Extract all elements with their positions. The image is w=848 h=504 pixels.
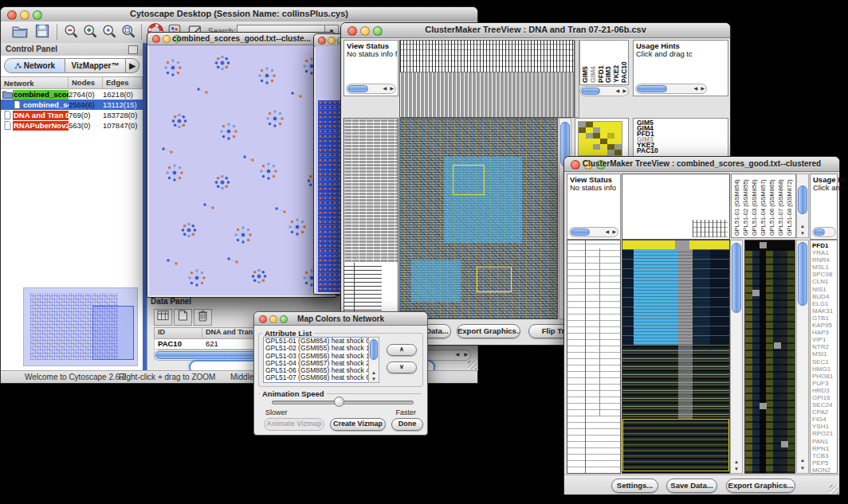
scroll-left-icon[interactable]: ◀ [455, 350, 459, 358]
dialog-title-bar[interactable]: Map Colors to Network [254, 312, 427, 326]
resize-grip[interactable] [468, 361, 477, 369]
new-attribute-button[interactable] [174, 309, 192, 326]
zoom-in-button[interactable] [80, 23, 100, 41]
gene-label[interactable]: RNR4 [812, 256, 837, 264]
move-down-button[interactable]: ∨ [387, 361, 417, 373]
scrollbar-thumb[interactable] [581, 88, 600, 95]
gene-label[interactable]: FIG4 [812, 416, 837, 423]
resize-grip[interactable] [830, 485, 838, 494]
zoom-out-button[interactable] [61, 23, 80, 41]
scroll-left-icon[interactable]: ◀ [605, 228, 609, 236]
scroll-up-icon[interactable]: ▲ [797, 458, 808, 463]
column-label[interactable]: GPL51-04 (GSM857) [760, 175, 768, 236]
network-row[interactable]: DNA and Tran 07 769(0) 183728(0) [1, 110, 143, 120]
scrollbar-thumb[interactable] [798, 186, 807, 214]
scroll-right-icon[interactable]: ▶ [622, 87, 626, 95]
gene-label[interactable]: NIS1 [812, 286, 837, 293]
gene-label[interactable]: CPA2 [812, 408, 837, 416]
scroll-right-icon[interactable]: ▶ [701, 84, 705, 92]
treeview1-title-bar[interactable]: ClusterMaker TreeView : DNA and Tran 07-… [341, 23, 730, 38]
main-title-bar[interactable]: Cytoscape Desktop (Session Name: collins… [1, 7, 477, 22]
save-data-button[interactable]: Save Data... [666, 479, 717, 493]
scroll-left-icon[interactable]: ◀ [383, 84, 387, 92]
slider-thumb[interactable] [334, 397, 344, 407]
treeview2-title-bar[interactable]: ClusterMaker TreeView : combined_scores_… [564, 157, 839, 172]
zoomed-heatmap-panel[interactable] [744, 240, 795, 474]
scroll-left-icon[interactable]: ◀ [693, 84, 697, 92]
gene-label[interactable]: PAC10 [637, 148, 728, 154]
animate-vizmap-button[interactable]: Animate Vizmap [264, 418, 324, 431]
gene-label[interactable]: MSL1 [812, 264, 837, 271]
open-session-button[interactable] [10, 23, 29, 41]
scroll-down-icon[interactable]: ▼ [369, 377, 379, 381]
delete-attribute-button[interactable] [194, 309, 212, 326]
column-label[interactable]: GPL51-08 (GSM872) [786, 175, 794, 236]
scrollbar-thumb[interactable] [347, 85, 368, 92]
export-graphics-button[interactable]: Export Graphics... [457, 324, 520, 338]
float-panel-icon[interactable] [128, 45, 138, 54]
gene-label[interactable]: VIP1 [812, 336, 837, 343]
gene-label[interactable]: PFD1 [812, 242, 837, 249]
gene-label[interactable]: PAN1 [812, 438, 837, 445]
save-session-button[interactable] [33, 23, 52, 41]
zoom-fit-button[interactable] [119, 23, 138, 41]
column-label[interactable]: GPL51-03 (GSM856) [751, 175, 759, 236]
scroll-left-icon[interactable]: ◀ [615, 87, 619, 95]
network-row-selected[interactable]: combined_sco 2569(6) 13112(15) [1, 100, 143, 110]
done-button[interactable]: Done [391, 418, 423, 431]
column-nodes[interactable]: Nodes [69, 77, 103, 88]
column-label[interactable]: GIM4 [590, 41, 597, 83]
gene-label[interactable]: RPO21 [812, 430, 837, 437]
column-label[interactable]: GPL51-02 (GSM855) [742, 175, 750, 236]
row-dendrogram[interactable] [344, 118, 398, 319]
scroll-down-icon[interactable]: ▼ [731, 467, 742, 471]
attribute-item[interactable]: GPL51-07 (GSM868) heat shock 60 min [264, 374, 379, 381]
scroll-up-icon[interactable]: ▲ [369, 370, 379, 375]
move-up-button[interactable]: ∧ [387, 344, 417, 356]
gene-label[interactable]: PEP5 [812, 459, 837, 467]
gene-label[interactable]: HRD3 [812, 387, 837, 394]
scroll-right-icon[interactable]: ▶ [464, 350, 468, 358]
scrollbar-thumb[interactable] [814, 229, 825, 236]
network-row[interactable]: combined_scores 2764(0) 16218(0) [1, 89, 143, 100]
column-dendrogram[interactable] [399, 40, 575, 118]
column-label[interactable]: PAC10 [621, 41, 628, 83]
close-button[interactable] [318, 37, 326, 45]
scroll-right-icon[interactable]: ▶ [612, 228, 616, 236]
scroll-up-icon[interactable]: ▲ [797, 224, 808, 229]
gene-label[interactable]: YSH1 [812, 423, 837, 430]
zoom-selected-button[interactable] [100, 23, 119, 41]
overview-viewport-rect[interactable] [92, 306, 134, 360]
heatmap-canvas[interactable] [399, 118, 558, 319]
gene-label[interactable]: GPI16 [812, 394, 837, 401]
column-network[interactable]: Network [1, 77, 69, 88]
gene-label[interactable]: MSI1 [812, 350, 837, 357]
gene-label[interactable]: KAP95 [812, 322, 837, 329]
column-label[interactable]: GPL51-01 (GSM854) [733, 175, 741, 236]
gene-label[interactable]: PHO81 [812, 373, 837, 380]
scrollbar-thumb[interactable] [370, 339, 378, 360]
scrollbar-thumb[interactable] [798, 242, 807, 306]
gene-label[interactable]: BUD4 [812, 293, 837, 300]
usage-hints-hscrollbar[interactable]: ◀ ▶ [635, 84, 707, 94]
tab-overflow-button[interactable]: ▶ [126, 58, 139, 73]
scrollbar-thumb[interactable] [571, 229, 590, 236]
column-label[interactable]: GIM5 [582, 41, 589, 83]
gene-label[interactable]: SPC98 [812, 271, 837, 278]
column-label[interactable]: GIM3 [605, 41, 612, 83]
attribute-list[interactable]: GPL51-01 (GSM854) heat shock 05 minGPL51… [263, 337, 379, 383]
column-label[interactable]: YKE2 [613, 41, 620, 83]
scroll-down-icon[interactable]: ▼ [797, 466, 808, 471]
gene-label[interactable]: ELG1 [812, 300, 837, 307]
correlation-matrix[interactable] [578, 121, 622, 156]
gene-label[interactable]: MAK31 [812, 307, 837, 315]
network-row[interactable]: RNAPuberNov2+| 563(0) 107847(0) [1, 120, 143, 131]
select-attributes-button[interactable] [154, 309, 172, 326]
heatmap-vscrollbar[interactable]: ▲ ▼ [730, 240, 743, 474]
scrollbar-thumb[interactable] [637, 85, 667, 92]
network-overview-thumbnail[interactable] [23, 287, 138, 366]
network-canvas[interactable] [149, 45, 334, 295]
view-status-hscrollbar[interactable]: ◀ ▶ [346, 84, 396, 94]
tab-network[interactable]: Network [4, 58, 65, 73]
minimize-button[interactable] [328, 37, 336, 45]
